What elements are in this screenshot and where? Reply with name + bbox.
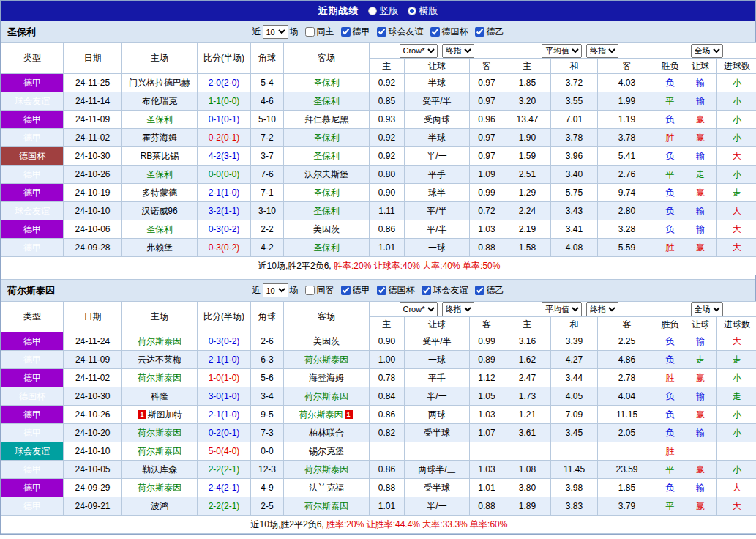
away-team-link[interactable]: 圣保利: [313, 96, 340, 106]
handicap-odds-header: Crow*终指: [370, 302, 504, 317]
home-team-link[interactable]: 荷尔斯泰因: [138, 483, 181, 493]
odds-time-select[interactable]: 终指: [442, 302, 474, 316]
league-badge: 德甲: [1, 406, 64, 424]
away-team-link[interactable]: 拜仁慕尼黑: [304, 114, 348, 124]
bookmaker-select[interactable]: Crow*: [400, 44, 438, 58]
sub-col-header: 让球: [684, 59, 717, 74]
handicap-odds-home: 0.90: [370, 184, 405, 202]
away-team-link[interactable]: 圣保利: [313, 133, 340, 143]
away-team-link[interactable]: 美因茨: [313, 224, 340, 234]
away-team-link[interactable]: 荷尔斯泰因: [304, 501, 348, 511]
same-venue-checkbox[interactable]: [305, 286, 315, 295]
league-checkbox-0[interactable]: [341, 286, 351, 295]
handicap-odds-away: 1.09: [470, 166, 504, 184]
match-count-select[interactable]: 10: [263, 283, 288, 297]
result-goals: 大: [717, 220, 756, 239]
handicap-line: 受两球: [405, 111, 470, 129]
home-team-link[interactable]: 荷尔斯泰因: [138, 428, 181, 438]
home-team-link[interactable]: 多特蒙德: [142, 187, 177, 198]
league-filter-label: 球会友谊: [389, 26, 424, 38]
home-team-link[interactable]: 门兴格拉德巴赫: [129, 78, 190, 88]
odds-time-select[interactable]: 终指: [442, 44, 474, 58]
full-match-select[interactable]: 全场: [691, 302, 723, 316]
away-team-link[interactable]: 荷尔斯泰因: [304, 354, 348, 365]
result-handicap: 赢: [684, 111, 717, 129]
away-team-cell: 圣保利: [284, 147, 370, 166]
corners: 7-2: [251, 129, 284, 147]
league-badge: 德甲: [1, 184, 64, 202]
league-badge: 德甲: [1, 497, 64, 516]
away-team-link[interactable]: 锡尔克堡: [309, 446, 344, 456]
home-team-link[interactable]: 荷尔斯泰因: [138, 373, 181, 383]
home-team-link[interactable]: 霍芬海姆: [142, 133, 177, 143]
home-team-link[interactable]: 圣保利: [146, 114, 173, 124]
away-team-link[interactable]: 圣保利: [313, 242, 340, 253]
result-goals: 小: [717, 129, 756, 147]
match-row: 德甲24-09-21波鸿2-2(2-1)2-5荷尔斯泰因1.01半/一0.881…: [1, 497, 756, 516]
recent-results-page: 近期战绩 竖版 横版 圣保利近10场同主德甲球会友谊德国杯德乙类型日期主场比分(…: [0, 0, 756, 535]
result-handicap: 赢: [684, 239, 717, 257]
handicap-odds-away: 1.01: [470, 479, 504, 497]
away-team-cell: 圣保利: [284, 202, 370, 220]
away-team-link[interactable]: 荷尔斯泰因: [299, 409, 343, 420]
filter-controls: 近10场同客德甲德国杯球会友谊德乙: [251, 283, 506, 297]
league-filter-label: 德乙: [487, 26, 504, 38]
home-team-link[interactable]: 弗赖堡: [146, 242, 173, 253]
avg-odds-time-select[interactable]: 终指: [586, 302, 618, 316]
avg-odds-home: [504, 442, 551, 461]
same-venue-checkbox[interactable]: [305, 27, 315, 37]
home-team-link[interactable]: 荷尔斯泰因: [138, 336, 181, 346]
home-team-link[interactable]: 荷尔斯泰因: [138, 446, 181, 456]
radio-horizontal-icon[interactable]: [408, 7, 416, 15]
home-team-link[interactable]: 布伦瑞克: [142, 96, 177, 106]
layout-option-horizontal[interactable]: 横版: [408, 4, 438, 18]
team-name: 荷尔斯泰因: [7, 284, 55, 297]
col-header: 比分(半场): [198, 43, 251, 74]
league-checkbox-1[interactable]: [377, 286, 386, 295]
home-team-cell: 圣保利: [122, 166, 198, 184]
away-team-link[interactable]: 海登海姆: [309, 373, 344, 383]
league-checkbox-3[interactable]: [475, 27, 484, 37]
away-team-link[interactable]: 圣保利: [313, 187, 340, 198]
handicap-line: 平手: [405, 369, 470, 387]
avg-odds-away: [598, 442, 656, 461]
away-team-link[interactable]: 圣保利: [313, 151, 340, 161]
home-team-link[interactable]: 圣保利: [146, 224, 173, 234]
home-team-link[interactable]: RB莱比锡: [141, 151, 179, 161]
handicap-odds-home: 0.93: [370, 111, 405, 129]
home-team-link[interactable]: 云达不莱梅: [138, 354, 181, 365]
bookmaker-select[interactable]: Crow*: [400, 302, 438, 316]
home-team-link[interactable]: 波鸿: [151, 501, 168, 511]
league-checkbox-0[interactable]: [341, 27, 351, 37]
match-count-select[interactable]: 10: [263, 25, 288, 39]
league-checkbox-2[interactable]: [430, 27, 440, 37]
home-team-link[interactable]: 汉诺威96: [141, 206, 177, 216]
home-team-link[interactable]: 圣保利: [146, 169, 173, 179]
away-team-link[interactable]: 美因茨: [313, 336, 340, 346]
radio-vertical-icon[interactable]: [368, 7, 377, 15]
away-team-link[interactable]: 荷尔斯泰因: [304, 464, 348, 475]
average-select[interactable]: 平均值: [542, 302, 582, 316]
match-row: 德甲24-10-05勒沃库森2-2(2-1)12-3荷尔斯泰因0.86两球半/三…: [1, 461, 756, 479]
away-team-link[interactable]: 法兰克福: [309, 483, 344, 493]
layout-option-vertical[interactable]: 竖版: [368, 4, 399, 18]
home-team-link[interactable]: 科隆: [151, 391, 168, 401]
home-team-link[interactable]: 勒沃库森: [142, 464, 177, 475]
league-checkbox-2[interactable]: [422, 286, 431, 295]
home-team-link[interactable]: 斯图加特: [148, 409, 183, 420]
average-select[interactable]: 平均值: [542, 44, 582, 58]
avg-odds-away: 5.59: [598, 239, 656, 257]
score: 2-4(2-1): [198, 479, 251, 497]
away-team-link[interactable]: 沃尔夫斯堡: [304, 169, 348, 179]
away-team-link[interactable]: 荷尔斯泰因: [304, 391, 348, 401]
away-team-link[interactable]: 圣保利: [313, 78, 340, 88]
handicap-odds-away: 0.99: [470, 332, 504, 351]
avg-odds-time-select[interactable]: 终指: [586, 44, 618, 58]
away-team-link[interactable]: 圣保利: [313, 206, 340, 216]
sub-col-header: 客: [470, 59, 504, 74]
league-checkbox-3[interactable]: [475, 286, 484, 295]
full-match-select[interactable]: 全场: [691, 44, 723, 58]
league-checkbox-1[interactable]: [377, 27, 386, 37]
corners: 3-10: [251, 202, 284, 220]
away-team-link[interactable]: 柏林联合: [309, 428, 344, 438]
